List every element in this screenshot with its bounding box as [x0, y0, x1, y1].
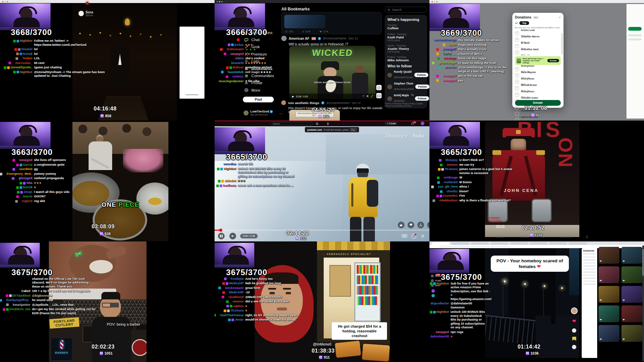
- video-thumbnail[interactable]: ❤: [621, 305, 642, 322]
- chat-username[interactable]: Nightbot: [437, 282, 449, 286]
- chat-username[interactable]: azurette: [445, 66, 456, 70]
- chat-username[interactable]: glizzygxd: [19, 176, 32, 180]
- tab-all[interactable]: All: [515, 22, 518, 24]
- account-switcher[interactable]: LowTierGod ✓ @LowTierGod …: [244, 109, 283, 116]
- chat-username[interactable]: swopgod: [443, 79, 456, 83]
- trend-item[interactable]: Politics · TrendingKash Patel43.2K posts: [387, 33, 424, 41]
- chat-username[interactable]: Adwkkudaxx: [439, 199, 458, 203]
- chat-username[interactable]: thankyoujeffrey_: [6, 298, 30, 302]
- sora-profile-chip[interactable]: Sora @Sora: [78, 10, 93, 17]
- reply-stat[interactable]: 269: [496, 235, 505, 238]
- like-stat[interactable]: [542, 235, 546, 238]
- dislike-button[interactable]: [408, 222, 414, 228]
- chat-username[interactable]: NJA28: [23, 52, 32, 56]
- chat-username[interactable]: Garcia: [23, 163, 32, 167]
- video-thumbnail[interactable]: ❤: [621, 266, 642, 283]
- timeline-button-2[interactable]: [376, 93, 382, 98]
- chat-username[interactable]: user9043: [19, 167, 32, 171]
- like-button[interactable]: [398, 222, 405, 228]
- chat-username[interactable]: kmartjanitor: [13, 303, 30, 307]
- chat-username[interactable]: musclegodpower: [219, 79, 244, 84]
- browser-window-bar[interactable]: [0, 0, 215, 3]
- chat-username[interactable]: lostfiesta: [223, 184, 236, 188]
- chat-username[interactable]: Emergency_Med..: [6, 172, 32, 176]
- chat-username[interactable]: shindek: [225, 179, 236, 183]
- follow-suggestion[interactable]: Randy Quaid@RandyRRQuaidFollow: [387, 70, 424, 79]
- chat-username[interactable]: cloudzz: [447, 190, 458, 194]
- comment-icon[interactable]: [572, 328, 576, 333]
- follow-button[interactable]: Follow: [415, 85, 429, 89]
- chat-username[interactable]: Jevqn: [235, 318, 244, 322]
- creator-avatar[interactable]: [571, 307, 578, 314]
- chat-username[interactable]: swanex: [447, 163, 458, 167]
- play-icon[interactable]: ▶: [292, 95, 294, 98]
- chat-username[interactable]: dripcollector: [430, 302, 449, 306]
- views-stat[interactable]: 305K: [560, 235, 571, 238]
- cc-icon[interactable]: CC: [402, 234, 407, 237]
- chat-username[interactable]: youngxl7: [443, 47, 456, 52]
- follow-button[interactable]: Follow: [414, 73, 428, 77]
- share-icon[interactable]: [585, 235, 588, 238]
- modal-scrollbar[interactable]: [561, 33, 562, 55]
- chat-username[interactable]: DoubleOs_Hat: [9, 307, 30, 311]
- chat-username[interactable]: NJA28: [23, 186, 32, 190]
- chat-username[interactable]: TK1mura: [445, 167, 458, 171]
- chat-username[interactable]: swopgod: [443, 74, 456, 78]
- follow-button[interactable]: Follow: [415, 96, 429, 101]
- browser-tab-strip[interactable]: [429, 241, 644, 245]
- browser-window-bar[interactable]: [215, 0, 429, 3]
- profile-avatar[interactable]: [421, 122, 424, 125]
- chat-username[interactable]: swanex: [233, 300, 244, 304]
- chat-username[interactable]: Nightbot: [224, 167, 236, 171]
- chat-username[interactable]: Nightbot: [20, 39, 32, 43]
- chat-username[interactable]: Jevqn: [24, 190, 32, 194]
- post-button[interactable]: Post: [243, 97, 274, 102]
- chat-username[interactable]: dalviolater00: [430, 335, 449, 339]
- close-icon[interactable]: ×: [559, 16, 560, 19]
- browser-tabs[interactable]: [432, 242, 450, 245]
- chat-username[interactable]: TK1mura: [230, 309, 244, 313]
- video-thumbnail[interactable]: ❤: [621, 325, 642, 342]
- chat-username[interactable]: TeeBot: [22, 57, 32, 61]
- bookmark-video-card[interactable]: 203 5.9K 3.7K: [281, 12, 382, 34]
- page-scrollbar[interactable]: [642, 245, 644, 361]
- chat-username[interactable]: roglord: [22, 199, 33, 203]
- video-thumbnail[interactable]: ❤: [599, 305, 619, 322]
- search-icon[interactable]: [316, 122, 319, 125]
- scrollbar-thumb[interactable]: [642, 249, 644, 276]
- video-thumbnail[interactable]: ❤: [599, 266, 619, 283]
- chat-username[interactable]: xxsmoke1: [443, 194, 458, 198]
- chat-username[interactable]: Medic1HP: [229, 282, 244, 286]
- create-button[interactable]: + Create: [385, 122, 398, 125]
- reply-icon[interactable]: [285, 30, 288, 33]
- chat-username[interactable]: swopgod: [436, 330, 449, 334]
- promo-donate-button[interactable]: Donate: [547, 59, 559, 62]
- chat-username[interactable]: marcosbar_: [15, 61, 32, 65]
- search-box[interactable]: Search: [385, 7, 427, 13]
- chat-username[interactable]: venndiaz: [223, 162, 236, 166]
- nav-more[interactable]: More: [244, 87, 274, 94]
- chat-username[interactable]: 2ndtsunami: [227, 47, 244, 52]
- chat-username[interactable]: jaxto: [449, 43, 456, 47]
- video-thumbnail[interactable]: ❤: [599, 325, 619, 342]
- chat-username[interactable]: swopgod: [19, 158, 33, 162]
- trend-item[interactable]: TrendingCuffem: [387, 24, 424, 30]
- chat-username[interactable]: bluewrld: [231, 61, 244, 65]
- repost-stat[interactable]: 830: [519, 235, 528, 238]
- chat-username[interactable]: UnrealStyrofo..: [10, 66, 32, 70]
- chat-username[interactable]: Garcia: [23, 195, 32, 199]
- chat-username[interactable]: Sinatrel: [21, 47, 32, 52]
- chat-username[interactable]: DFTdarkfoot: [12, 294, 31, 298]
- chat-username[interactable]: Nightbot: [20, 70, 32, 74]
- chat-username[interactable]: Medic1HP: [229, 291, 244, 295]
- video-controls[interactable]: ⤴⚙⤢: [363, 95, 373, 98]
- video-thumbnail[interactable]: ❤: [621, 247, 642, 264]
- chat-username[interactable]: sabbss: [233, 304, 244, 308]
- browser-window-bar[interactable]: [429, 0, 644, 3]
- like-icon[interactable]: [319, 30, 322, 33]
- chat-username[interactable]: VashTheFinesse: [220, 314, 244, 318]
- chat-username[interactable]: ratwings: [444, 57, 456, 61]
- chat-username[interactable]: violetcc: [232, 75, 244, 79]
- chat-username[interactable]: Gita: [26, 181, 32, 185]
- chat-username[interactable]: voidmage: [444, 176, 458, 180]
